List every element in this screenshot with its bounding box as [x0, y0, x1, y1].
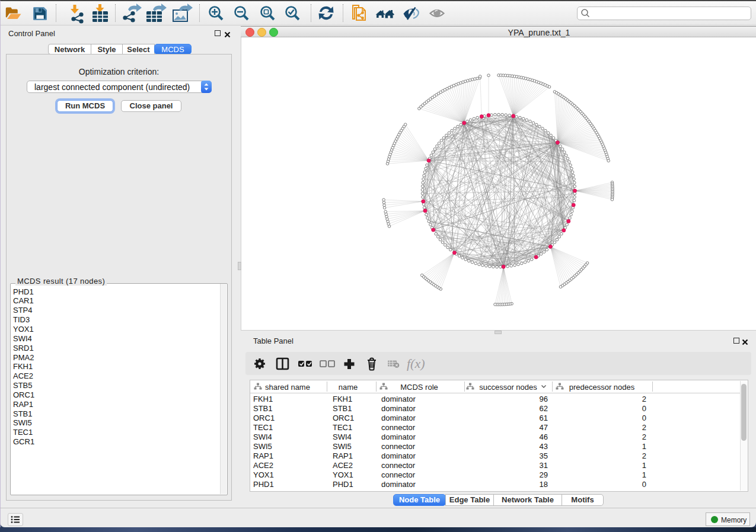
svg-text:f(x): f(x)	[407, 356, 425, 371]
